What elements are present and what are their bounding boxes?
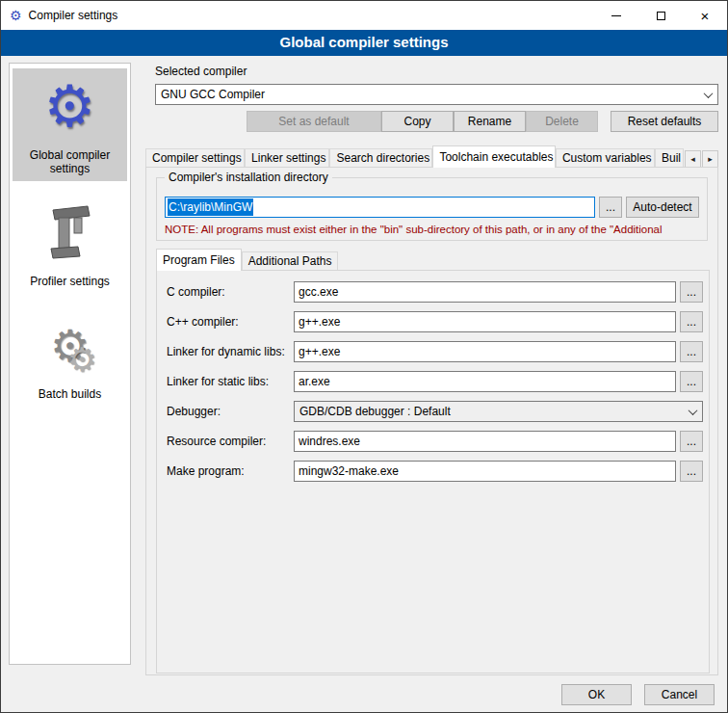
maximize-icon	[657, 12, 665, 20]
set-as-default-button[interactable]: Set as default	[247, 111, 381, 132]
toolchain-executables-panel: Compiler's installation directory C:\ray…	[145, 167, 718, 675]
compiler-actions: Set as default Copy Rename Delete Reset …	[141, 111, 721, 132]
debugger-dropdown[interactable]: GDB/CDB debugger : Default	[294, 401, 703, 422]
tab-additional-paths[interactable]: Additional Paths	[242, 251, 339, 271]
static-linker-row: Linker for static libs: ...	[167, 371, 703, 392]
sidebar-item-profiler-settings[interactable]: Profiler settings	[13, 195, 127, 294]
resource-compiler-row: Resource compiler: ...	[167, 431, 703, 452]
app-icon: ⚙	[10, 9, 22, 22]
arrow-left-icon: ◂	[690, 154, 695, 164]
dynamic-linker-row: Linker for dynamic libs: ...	[167, 341, 703, 362]
tab-search-directories[interactable]: Search directories	[329, 148, 432, 168]
cpp-compiler-row: C++ compiler: ...	[167, 311, 703, 332]
close-button[interactable]: ×	[683, 1, 727, 30]
make-program-browse-button[interactable]: ...	[680, 461, 703, 482]
static-linker-label: Linker for static libs:	[167, 375, 294, 388]
window-title: Compiler settings	[29, 9, 118, 22]
program-files-panel: C compiler: ... C++ compiler: ... Linker…	[156, 270, 710, 673]
minimize-icon	[611, 15, 621, 16]
make-program-row: Make program: ...	[167, 461, 703, 482]
tab-custom-variables[interactable]: Custom variables	[556, 148, 655, 168]
installation-directory-input[interactable]: C:\raylib\MinGW	[165, 197, 595, 218]
selected-compiler-dropdown[interactable]: GNU GCC Compiler	[155, 84, 718, 105]
minimize-button[interactable]	[594, 1, 638, 30]
program-files-tabstrip: Program Files Additional Paths	[156, 249, 708, 271]
delete-button[interactable]: Delete	[526, 111, 598, 132]
resource-compiler-browse-button[interactable]: ...	[680, 431, 703, 452]
sidebar-item-batch-builds[interactable]: ⚙⚙ Batch builds	[13, 307, 127, 407]
tab-compiler-settings[interactable]: Compiler settings	[145, 148, 245, 168]
main-panel: Selected compiler GNU GCC Compiler Set a…	[141, 61, 721, 713]
dynamic-linker-input[interactable]	[294, 341, 676, 362]
sidebar-item-global-compiler-settings[interactable]: ⚙ Global compiler settings	[13, 68, 127, 181]
cancel-button[interactable]: Cancel	[644, 684, 715, 705]
global-compiler-gear-icon: ⚙	[14, 73, 125, 141]
c-compiler-browse-button[interactable]: ...	[680, 281, 703, 303]
tab-linker-settings[interactable]: Linker settings	[245, 148, 329, 168]
batch-builds-gears-icon: ⚙⚙	[14, 312, 125, 380]
ok-button[interactable]: OK	[561, 684, 632, 705]
cpp-compiler-browse-button[interactable]: ...	[680, 311, 703, 332]
maximize-button[interactable]	[638, 1, 683, 30]
c-compiler-label: C compiler:	[167, 285, 294, 299]
make-program-input[interactable]	[294, 461, 676, 482]
sidebar-item-label: Global compiler settings	[14, 148, 125, 175]
chevron-down-icon	[689, 406, 698, 415]
tab-scroll-left-button[interactable]: ◂	[685, 150, 701, 168]
make-program-label: Make program:	[167, 464, 294, 478]
resource-compiler-label: Resource compiler:	[167, 435, 294, 448]
installation-directory-row: C:\raylib\MinGW ... Auto-detect	[165, 197, 699, 218]
sidebar-item-label: Batch builds	[14, 387, 125, 401]
selected-compiler-value: GNU GCC Compiler	[161, 88, 265, 101]
selected-compiler-label: Selected compiler	[155, 65, 247, 78]
copy-button[interactable]: Copy	[381, 111, 454, 132]
rename-button[interactable]: Rename	[454, 111, 526, 132]
dynamic-linker-browse-button[interactable]: ...	[680, 341, 703, 362]
browse-directory-button[interactable]: ...	[599, 197, 622, 218]
chevron-down-icon	[704, 89, 714, 98]
reset-defaults-button[interactable]: Reset defaults	[611, 111, 718, 132]
c-compiler-input[interactable]	[294, 281, 676, 303]
titlebar: ⚙ Compiler settings ×	[1, 1, 727, 30]
tab-build-options[interactable]: Buil	[655, 148, 684, 168]
debugger-value: GDB/CDB debugger : Default	[299, 405, 451, 418]
auto-detect-button[interactable]: Auto-detect	[626, 197, 699, 218]
compiler-settings-dialog: ⚙ Compiler settings × Global compiler se…	[0, 0, 728, 713]
installation-directory-value: C:\raylib\MinGW	[168, 198, 253, 216]
tab-toolchain-executables[interactable]: Toolchain executables	[432, 145, 555, 168]
settings-tabstrip: Compiler settings Linker settings Search…	[145, 145, 718, 168]
settings-sidebar: ⚙ Global compiler settings Profiler sett…	[9, 63, 131, 665]
cpp-compiler-label: C++ compiler:	[167, 315, 294, 329]
installation-directory-group-title: Compiler's installation directory	[165, 171, 332, 184]
installation-note: NOTE: All programs must exist either in …	[165, 224, 705, 235]
debugger-label: Debugger:	[167, 405, 294, 418]
tab-program-files[interactable]: Program Files	[156, 249, 242, 271]
close-icon: ×	[701, 9, 710, 23]
resource-compiler-input[interactable]	[294, 431, 676, 452]
profiler-tool-icon	[14, 199, 125, 267]
cpp-compiler-input[interactable]	[294, 311, 676, 332]
arrow-right-icon: ▸	[708, 154, 713, 164]
tab-scroll-right-button[interactable]: ▸	[702, 150, 718, 168]
dynamic-linker-label: Linker for dynamic libs:	[167, 345, 294, 358]
debugger-row: Debugger: GDB/CDB debugger : Default	[167, 401, 703, 422]
static-linker-browse-button[interactable]: ...	[680, 371, 703, 392]
sidebar-item-label: Profiler settings	[14, 275, 125, 288]
installation-directory-group: Compiler's installation directory C:\ray…	[156, 177, 708, 241]
c-compiler-row: C compiler: ...	[167, 281, 703, 303]
dialog-header: Global compiler settings	[1, 30, 727, 56]
tab-scroll-arrows: ◂ ▸	[684, 150, 718, 168]
static-linker-input[interactable]	[294, 371, 676, 392]
window-controls: ×	[594, 1, 727, 30]
